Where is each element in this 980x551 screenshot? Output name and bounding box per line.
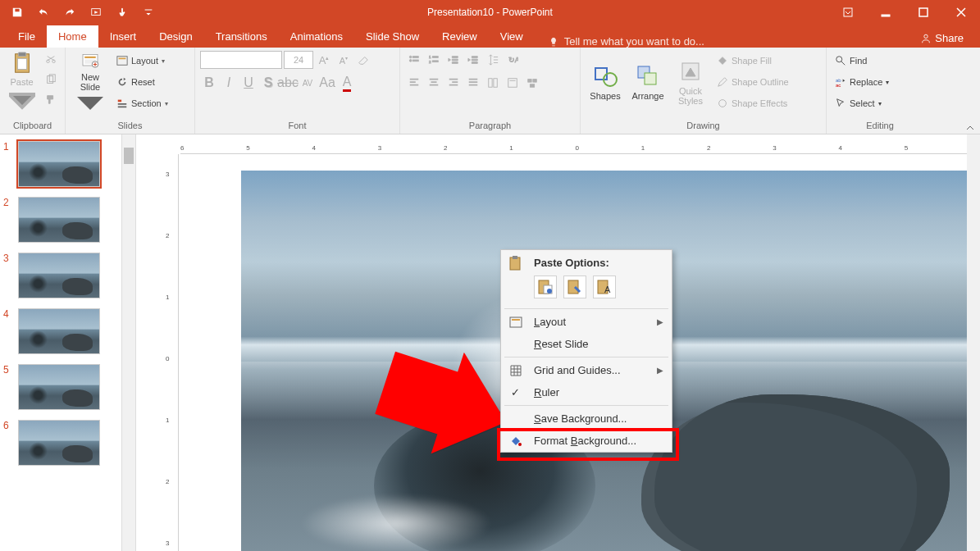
- share-button[interactable]: Share: [914, 29, 970, 48]
- quick-styles-button[interactable]: Quick Styles: [671, 51, 710, 113]
- ribbon-display-options-icon[interactable]: [829, 0, 867, 25]
- svg-point-4: [924, 34, 928, 38]
- tab-transitions[interactable]: Transitions: [204, 25, 279, 48]
- thumbnail-slide-5[interactable]: 5: [3, 364, 134, 410]
- shadow-button[interactable]: S: [259, 74, 277, 92]
- italic-button[interactable]: I: [220, 74, 238, 92]
- paste-text-only[interactable]: A: [593, 276, 616, 298]
- ctx-layout[interactable]: Layout▶: [501, 311, 672, 333]
- undo-icon[interactable]: [33, 2, 54, 23]
- layout-button[interactable]: Layout ▾: [113, 51, 171, 71]
- ctx-reset-slide[interactable]: Reset Slide: [501, 333, 672, 355]
- layout-icon: [116, 55, 128, 66]
- tab-home[interactable]: Home: [47, 25, 98, 48]
- change-case-button[interactable]: Aa: [318, 74, 336, 92]
- bold-button[interactable]: B: [200, 74, 218, 92]
- increase-font-button[interactable]: A▴: [315, 51, 333, 69]
- tab-slideshow[interactable]: Slide Show: [354, 25, 431, 48]
- save-icon[interactable]: [7, 2, 28, 23]
- touch-mode-icon[interactable]: [112, 2, 133, 23]
- thumbnail-slide-4[interactable]: 4: [3, 308, 134, 354]
- align-text-button[interactable]: [504, 74, 522, 92]
- svg-point-39: [719, 100, 727, 107]
- svg-rect-32: [533, 80, 536, 83]
- align-right-button[interactable]: [444, 74, 463, 92]
- tab-file[interactable]: File: [7, 25, 47, 48]
- copy-button[interactable]: [42, 71, 60, 89]
- svg-rect-16: [118, 100, 121, 102]
- reset-button[interactable]: Reset: [113, 72, 171, 92]
- ctx-ruler[interactable]: ✓ Ruler: [501, 381, 672, 403]
- bullets-button[interactable]: [405, 51, 423, 69]
- increase-indent-button[interactable]: [464, 51, 482, 69]
- line-spacing-button[interactable]: [484, 51, 502, 69]
- thumbnail-slide-6[interactable]: 6: [3, 420, 134, 466]
- select-button[interactable]: Select ▾: [832, 93, 892, 113]
- format-painter-button[interactable]: [42, 90, 60, 108]
- smartart-button[interactable]: [523, 74, 541, 92]
- shape-effects-button[interactable]: Shape Effects: [713, 93, 792, 113]
- font-color-button[interactable]: A: [338, 74, 356, 92]
- close-button[interactable]: [942, 0, 980, 25]
- vertical-scrollbar[interactable]: [967, 134, 980, 551]
- strikethrough-button[interactable]: abc: [279, 74, 297, 92]
- char-spacing-button[interactable]: AV: [299, 74, 317, 92]
- paste-button[interactable]: Paste: [5, 51, 39, 113]
- tab-insert[interactable]: Insert: [98, 25, 148, 48]
- tab-design[interactable]: Design: [148, 25, 203, 48]
- vertical-ruler: 3210123: [162, 154, 179, 551]
- font-size-combo[interactable]: [284, 51, 313, 69]
- tab-review[interactable]: Review: [431, 25, 489, 48]
- layout-icon: [509, 316, 522, 329]
- decrease-font-button[interactable]: A▾: [335, 51, 353, 69]
- qat-customize-icon[interactable]: [138, 2, 159, 23]
- start-from-beginning-icon[interactable]: [85, 2, 107, 23]
- align-left-button[interactable]: [405, 74, 423, 92]
- ctx-save-background[interactable]: Save Background...: [501, 408, 672, 430]
- thumbnail-slide-1[interactable]: 1: [3, 141, 134, 187]
- svg-rect-26: [432, 61, 438, 62]
- clear-formatting-button[interactable]: [354, 51, 372, 69]
- thumbnails-scrollbar[interactable]: [121, 134, 136, 551]
- new-slide-button[interactable]: New Slide: [71, 51, 110, 113]
- group-label: Paragraph: [405, 119, 575, 132]
- slide-editing-area[interactable]: 6543210123456 3210123 Paste Options: A: [153, 134, 980, 551]
- numbering-button[interactable]: 12: [425, 51, 443, 69]
- justify-button[interactable]: [464, 74, 482, 92]
- bullets-icon: [408, 54, 420, 66]
- bucket-icon: [509, 435, 522, 448]
- pen-icon: [717, 76, 728, 88]
- columns-button[interactable]: [484, 74, 502, 92]
- svg-point-40: [836, 57, 842, 62]
- thumbnail-slide-3[interactable]: 3: [3, 253, 134, 298]
- svg-rect-20: [413, 57, 418, 58]
- shape-outline-button[interactable]: Shape Outline: [713, 72, 792, 92]
- decrease-indent-button[interactable]: [444, 51, 463, 69]
- arrange-button[interactable]: Arrange: [628, 51, 668, 113]
- replace-button[interactable]: abacReplace ▾: [832, 72, 892, 92]
- tell-me-search[interactable]: Tell me what you want to do...: [548, 35, 704, 48]
- ctx-grid-guides[interactable]: Grid and Guides...▶: [501, 359, 672, 381]
- underline-button[interactable]: U: [239, 74, 258, 92]
- quick-styles-icon: [677, 58, 704, 84]
- text-direction-button[interactable]: ↻A: [504, 51, 522, 69]
- svg-rect-3: [919, 8, 928, 16]
- group-label: Slides: [71, 119, 189, 132]
- shapes-button[interactable]: Shapes: [586, 51, 625, 113]
- section-button[interactable]: Section ▾: [113, 93, 171, 113]
- find-button[interactable]: Find: [832, 51, 892, 71]
- maximize-button[interactable]: [905, 0, 942, 25]
- tab-animations[interactable]: Animations: [279, 25, 354, 48]
- ctx-format-background[interactable]: Format Background...: [501, 430, 672, 452]
- align-center-button[interactable]: [425, 74, 443, 92]
- thumbnail-slide-2[interactable]: 2: [3, 197, 134, 243]
- paste-keep-source-formatting[interactable]: [563, 276, 586, 298]
- paste-use-destination-theme[interactable]: [534, 276, 557, 298]
- redo-icon[interactable]: [59, 2, 80, 23]
- minimize-button[interactable]: [867, 0, 905, 25]
- shape-fill-button[interactable]: Shape Fill: [713, 51, 792, 71]
- cut-button[interactable]: [42, 51, 60, 69]
- font-family-combo[interactable]: [200, 51, 282, 69]
- ribbon-tabs: File Home Insert Design Transitions Anim…: [0, 25, 980, 48]
- tab-view[interactable]: View: [489, 25, 535, 48]
